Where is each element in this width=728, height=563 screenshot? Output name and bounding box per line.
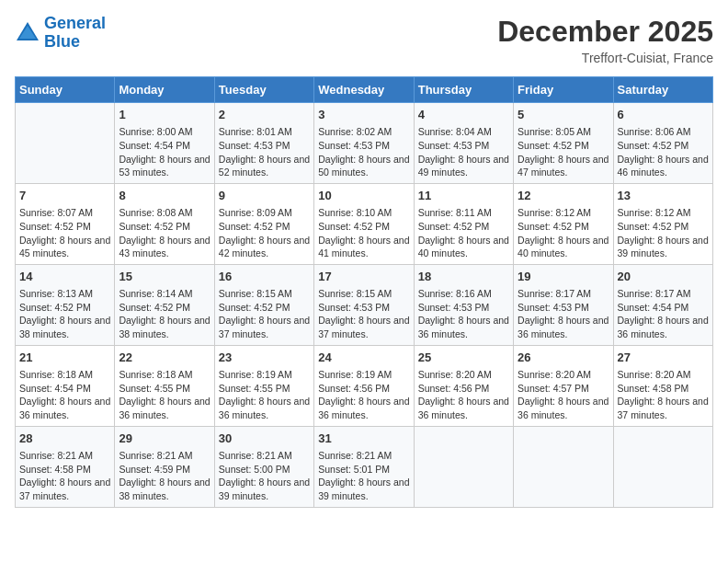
day-info: Sunrise: 8:13 AMSunset: 4:52 PMDaylight:… [19, 287, 110, 341]
calendar-day-cell: 17Sunrise: 8:15 AMSunset: 4:53 PMDayligh… [314, 264, 414, 345]
day-info: Sunrise: 8:06 AMSunset: 4:52 PMDaylight:… [618, 125, 709, 179]
calendar-day-cell: 27Sunrise: 8:20 AMSunset: 4:58 PMDayligh… [613, 345, 712, 426]
calendar-day-cell [414, 426, 513, 507]
weekday-header-cell: Monday [115, 77, 214, 103]
day-info: Sunrise: 8:16 AMSunset: 4:53 PMDaylight:… [418, 287, 509, 341]
day-number: 3 [318, 107, 409, 123]
calendar-week-row: 14Sunrise: 8:13 AMSunset: 4:52 PMDayligh… [16, 264, 713, 345]
day-info: Sunrise: 8:08 AMSunset: 4:52 PMDaylight:… [119, 206, 210, 260]
day-info: Sunrise: 8:21 AMSunset: 4:58 PMDaylight:… [19, 449, 110, 503]
day-info: Sunrise: 8:19 AMSunset: 4:56 PMDaylight:… [318, 368, 409, 422]
calendar-day-cell: 31Sunrise: 8:21 AMSunset: 5:01 PMDayligh… [314, 426, 414, 507]
calendar-day-cell: 5Sunrise: 8:05 AMSunset: 4:52 PMDaylight… [514, 103, 613, 184]
day-number: 1 [119, 107, 210, 123]
calendar-week-row: 28Sunrise: 8:21 AMSunset: 4:58 PMDayligh… [16, 426, 713, 507]
day-info: Sunrise: 8:09 AMSunset: 4:52 PMDaylight:… [219, 206, 310, 260]
calendar-day-cell: 16Sunrise: 8:15 AMSunset: 4:52 PMDayligh… [214, 264, 313, 345]
day-number: 14 [19, 269, 110, 285]
calendar-day-cell [16, 103, 115, 184]
day-info: Sunrise: 8:04 AMSunset: 4:53 PMDaylight:… [418, 125, 509, 179]
day-info: Sunrise: 8:18 AMSunset: 4:54 PMDaylight:… [19, 368, 110, 422]
day-info: Sunrise: 8:05 AMSunset: 4:52 PMDaylight:… [518, 125, 609, 179]
day-info: Sunrise: 8:14 AMSunset: 4:52 PMDaylight:… [119, 287, 210, 341]
calendar-day-cell: 25Sunrise: 8:20 AMSunset: 4:56 PMDayligh… [414, 345, 513, 426]
day-number: 9 [219, 188, 310, 204]
title-block: December 2025 Treffort-Cuisiat, France [497, 15, 713, 65]
day-info: Sunrise: 8:10 AMSunset: 4:52 PMDaylight:… [318, 206, 409, 260]
day-number: 12 [518, 188, 609, 204]
day-number: 13 [618, 188, 709, 204]
calendar-day-cell: 22Sunrise: 8:18 AMSunset: 4:55 PMDayligh… [115, 345, 214, 426]
day-number: 16 [219, 269, 310, 285]
day-number: 19 [518, 269, 609, 285]
day-number: 26 [518, 350, 609, 366]
day-info: Sunrise: 8:01 AMSunset: 4:53 PMDaylight:… [219, 125, 310, 179]
calendar-day-cell: 15Sunrise: 8:14 AMSunset: 4:52 PMDayligh… [115, 264, 214, 345]
day-number: 10 [318, 188, 409, 204]
weekday-header-cell: Thursday [414, 77, 513, 103]
calendar-day-cell: 29Sunrise: 8:21 AMSunset: 4:59 PMDayligh… [115, 426, 214, 507]
location-subtitle: Treffort-Cuisiat, France [497, 51, 713, 65]
calendar-day-cell: 2Sunrise: 8:01 AMSunset: 4:53 PMDaylight… [214, 103, 313, 184]
calendar-day-cell [613, 426, 712, 507]
day-number: 11 [418, 188, 509, 204]
calendar-body: 1Sunrise: 8:00 AMSunset: 4:54 PMDaylight… [16, 103, 713, 508]
calendar-day-cell: 14Sunrise: 8:13 AMSunset: 4:52 PMDayligh… [16, 264, 115, 345]
day-number: 25 [418, 350, 509, 366]
calendar-day-cell: 12Sunrise: 8:12 AMSunset: 4:52 PMDayligh… [514, 183, 613, 264]
day-number: 31 [318, 431, 409, 447]
day-number: 15 [119, 269, 210, 285]
day-info: Sunrise: 8:17 AMSunset: 4:53 PMDaylight:… [518, 287, 609, 341]
calendar-day-cell: 11Sunrise: 8:11 AMSunset: 4:52 PMDayligh… [414, 183, 513, 264]
weekday-header-cell: Friday [514, 77, 613, 103]
day-number: 23 [219, 350, 310, 366]
day-number: 8 [119, 188, 210, 204]
calendar-day-cell: 18Sunrise: 8:16 AMSunset: 4:53 PMDayligh… [414, 264, 513, 345]
day-info: Sunrise: 8:20 AMSunset: 4:56 PMDaylight:… [418, 368, 509, 422]
calendar-day-cell: 30Sunrise: 8:21 AMSunset: 5:00 PMDayligh… [214, 426, 313, 507]
calendar-day-cell: 24Sunrise: 8:19 AMSunset: 4:56 PMDayligh… [314, 345, 414, 426]
day-number: 29 [119, 431, 210, 447]
weekday-header-row: SundayMondayTuesdayWednesdayThursdayFrid… [16, 77, 713, 103]
day-info: Sunrise: 8:07 AMSunset: 4:52 PMDaylight:… [19, 206, 110, 260]
calendar-day-cell: 3Sunrise: 8:02 AMSunset: 4:53 PMDaylight… [314, 103, 414, 184]
calendar-week-row: 1Sunrise: 8:00 AMSunset: 4:54 PMDaylight… [16, 103, 713, 184]
day-number: 20 [618, 269, 709, 285]
day-info: Sunrise: 8:02 AMSunset: 4:53 PMDaylight:… [318, 125, 409, 179]
day-info: Sunrise: 8:12 AMSunset: 4:52 PMDaylight:… [618, 206, 709, 260]
logo-text: General Blue [44, 15, 106, 52]
weekday-header-cell: Saturday [613, 77, 712, 103]
day-info: Sunrise: 8:15 AMSunset: 4:52 PMDaylight:… [219, 287, 310, 341]
day-info: Sunrise: 8:20 AMSunset: 4:57 PMDaylight:… [518, 368, 609, 422]
day-number: 5 [518, 107, 609, 123]
weekday-header-cell: Wednesday [314, 77, 414, 103]
calendar-day-cell: 9Sunrise: 8:09 AMSunset: 4:52 PMDaylight… [214, 183, 313, 264]
day-number: 4 [418, 107, 509, 123]
month-title: December 2025 [497, 15, 713, 49]
calendar-day-cell: 8Sunrise: 8:08 AMSunset: 4:52 PMDaylight… [115, 183, 214, 264]
calendar-day-cell: 1Sunrise: 8:00 AMSunset: 4:54 PMDaylight… [115, 103, 214, 184]
calendar-week-row: 7Sunrise: 8:07 AMSunset: 4:52 PMDaylight… [16, 183, 713, 264]
day-number: 18 [418, 269, 509, 285]
day-info: Sunrise: 8:17 AMSunset: 4:54 PMDaylight:… [618, 287, 709, 341]
day-info: Sunrise: 8:21 AMSunset: 5:00 PMDaylight:… [219, 449, 310, 503]
calendar-day-cell: 4Sunrise: 8:04 AMSunset: 4:53 PMDaylight… [414, 103, 513, 184]
page-header: General Blue December 2025 Treffort-Cuis… [15, 15, 713, 65]
calendar-day-cell: 21Sunrise: 8:18 AMSunset: 4:54 PMDayligh… [16, 345, 115, 426]
logo: General Blue [15, 15, 106, 52]
calendar-day-cell: 19Sunrise: 8:17 AMSunset: 4:53 PMDayligh… [514, 264, 613, 345]
day-number: 22 [119, 350, 210, 366]
day-info: Sunrise: 8:21 AMSunset: 4:59 PMDaylight:… [119, 449, 210, 503]
day-number: 24 [318, 350, 409, 366]
day-number: 21 [19, 350, 110, 366]
day-info: Sunrise: 8:18 AMSunset: 4:55 PMDaylight:… [119, 368, 210, 422]
calendar-day-cell: 20Sunrise: 8:17 AMSunset: 4:54 PMDayligh… [613, 264, 712, 345]
day-info: Sunrise: 8:20 AMSunset: 4:58 PMDaylight:… [618, 368, 709, 422]
day-info: Sunrise: 8:15 AMSunset: 4:53 PMDaylight:… [318, 287, 409, 341]
calendar-day-cell: 10Sunrise: 8:10 AMSunset: 4:52 PMDayligh… [314, 183, 414, 264]
day-info: Sunrise: 8:11 AMSunset: 4:52 PMDaylight:… [418, 206, 509, 260]
weekday-header-cell: Sunday [16, 77, 115, 103]
day-info: Sunrise: 8:00 AMSunset: 4:54 PMDaylight:… [119, 125, 210, 179]
calendar-table: SundayMondayTuesdayWednesdayThursdayFrid… [15, 76, 713, 508]
day-info: Sunrise: 8:12 AMSunset: 4:52 PMDaylight:… [518, 206, 609, 260]
